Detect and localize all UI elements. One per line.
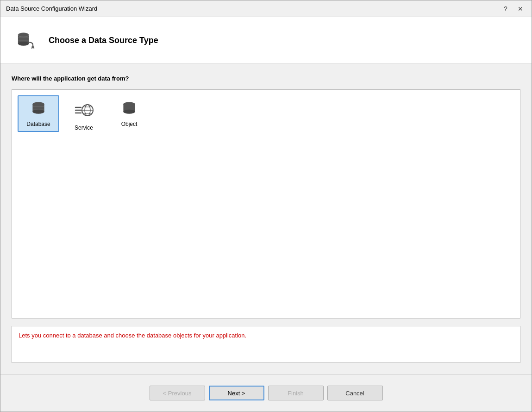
close-button[interactable]: ✕ [515,3,526,14]
title-bar: Data Source Configuration Wizard ? ✕ [0,0,532,17]
svg-point-2 [18,42,29,46]
next-button[interactable]: Next > [209,386,264,400]
question-label: Where will the application get data from… [12,75,520,82]
cancel-button[interactable]: Cancel [327,386,383,400]
object-icon [121,100,138,118]
datasource-grid: Database [12,89,520,318]
svg-rect-6 [31,46,34,48]
header-icon [12,26,39,54]
svg-point-11 [32,110,44,114]
datasource-service[interactable]: Service [63,95,105,136]
header-title: Choose a Data Source Type [49,36,158,45]
title-bar-right: ? ✕ [500,3,526,14]
description-box: Lets you connect to a database and choos… [12,326,520,363]
dialog-window: Data Source Configuration Wizard ? ✕ [0,0,532,412]
datasource-database[interactable]: Database [18,95,59,132]
content-area: Where will the application get data from… [0,64,532,374]
footer: < Previous Next > Finish Cancel [0,375,532,412]
svg-point-24 [123,110,135,114]
dialog-title: Data Source Configuration Wizard [6,5,97,12]
help-button[interactable]: ? [500,3,511,14]
title-bar-left: Data Source Configuration Wizard [6,5,97,12]
database-label: Database [26,121,50,127]
description-text: Lets you connect to a database and choos… [19,332,246,339]
previous-button[interactable]: < Previous [150,386,205,400]
database-icon [30,100,47,118]
service-label: Service [75,125,93,131]
service-icon [74,100,94,122]
object-label: Object [121,121,138,127]
finish-button[interactable]: Finish [268,386,324,400]
header-section: Choose a Data Source Type [0,17,532,64]
datasource-object[interactable]: Object [108,95,150,132]
